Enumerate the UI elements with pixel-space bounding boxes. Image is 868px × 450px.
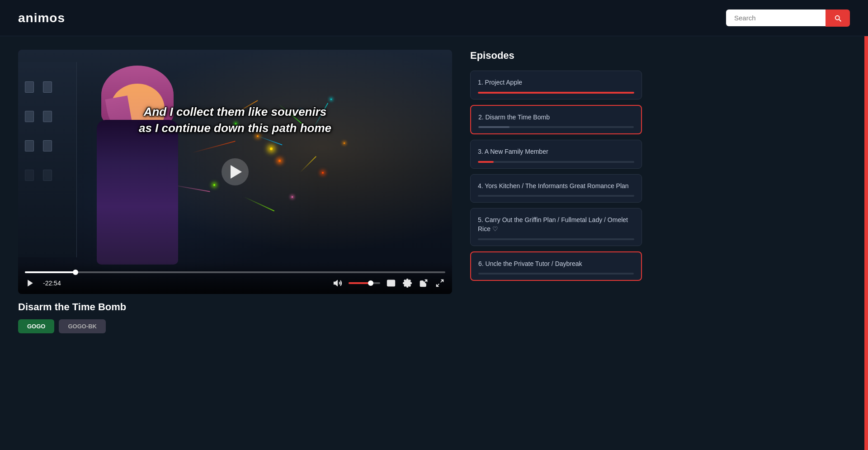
share-icon xyxy=(419,279,428,288)
volume-button[interactable] xyxy=(332,278,343,289)
window-7 xyxy=(25,170,34,181)
time-display: -22:54 xyxy=(43,279,61,287)
progress-thumb xyxy=(73,270,78,275)
search-icon xyxy=(834,14,842,22)
source-gogo-button[interactable]: GOGO xyxy=(18,319,54,333)
episode-progress-4 xyxy=(478,195,634,197)
volume-bar[interactable] xyxy=(349,282,380,284)
gear-icon xyxy=(403,279,412,288)
play-overlay[interactable] xyxy=(222,158,249,185)
main-content: And I collect them like souvenirs as I c… xyxy=(0,36,868,347)
episode-progress-3 xyxy=(478,161,634,163)
episode-name-1: 1. Project Apple xyxy=(478,78,634,87)
episode-progress-6 xyxy=(478,273,634,275)
episode-name-6: 6. Uncle the Private Tutor / Daybreak xyxy=(478,260,634,269)
window-8 xyxy=(43,170,52,181)
controls-row: -22:54 xyxy=(25,278,445,289)
episode-progress-5 xyxy=(478,238,634,240)
fullscreen-icon xyxy=(435,279,444,288)
window-4 xyxy=(43,111,52,122)
video-section: And I collect them like souvenirs as I c… xyxy=(18,50,452,333)
episodes-sidebar: Episodes 1. Project Apple2. Disarm the T… xyxy=(470,50,642,333)
episode-card-2[interactable]: 2. Disarm the Time Bomb xyxy=(470,105,642,135)
volume-icon xyxy=(333,279,342,288)
window-5 xyxy=(25,140,34,152)
episode-progress-1 xyxy=(478,92,634,94)
episode-list: 1. Project Apple2. Disarm the Time Bomb3… xyxy=(470,71,642,281)
search-button[interactable] xyxy=(826,9,850,27)
episode-card-5[interactable]: 5. Carry Out the Griffin Plan / Fullmeta… xyxy=(470,208,642,246)
episode-progress-2 xyxy=(478,126,634,128)
window-1 xyxy=(25,81,34,93)
episode-progress-fill-3 xyxy=(478,161,494,163)
subtitles-icon xyxy=(387,279,396,288)
episode-name-4: 4. Yors Kitchen / The Informants Great R… xyxy=(478,182,634,191)
episode-card-3[interactable]: 3. A New Family Member xyxy=(470,140,642,169)
settings-button[interactable] xyxy=(402,278,413,289)
logo: animos xyxy=(18,11,65,25)
episode-card-6[interactable]: 6. Uncle the Private Tutor / Daybreak xyxy=(470,251,642,281)
episode-progress-fill-1 xyxy=(478,92,634,94)
right-edge-bar xyxy=(864,36,868,450)
fullscreen-button[interactable] xyxy=(434,278,445,289)
video-controls: -22:54 xyxy=(18,262,452,294)
window-6 xyxy=(43,140,52,152)
video-subtitle: And I collect them like souvenirs as I c… xyxy=(139,104,331,137)
episode-name-5: 5. Carry Out the Griffin Plan / Fullmeta… xyxy=(478,216,634,233)
episodes-title: Episodes xyxy=(470,50,642,62)
subtitle-line1: And I collect them like souvenirs xyxy=(139,104,331,120)
video-player[interactable]: And I collect them like souvenirs as I c… xyxy=(18,50,452,294)
svg-marker-1 xyxy=(334,280,338,286)
progress-fill xyxy=(25,271,75,273)
search-input[interactable] xyxy=(726,9,826,26)
progress-bar[interactable] xyxy=(25,271,445,273)
volume-fill xyxy=(349,282,371,284)
window-2 xyxy=(43,81,52,93)
video-title: Disarm the Time Bomb xyxy=(18,301,452,313)
source-buttons: GOGO GOGO-BK xyxy=(18,319,452,333)
episode-card-4[interactable]: 4. Yors Kitchen / The Informants Great R… xyxy=(470,174,642,203)
video-background: And I collect them like souvenirs as I c… xyxy=(18,50,452,294)
building-left xyxy=(18,62,77,257)
header-right xyxy=(726,9,850,27)
episode-name-2: 2. Disarm the Time Bomb xyxy=(478,113,634,122)
episode-name-3: 3. A New Family Member xyxy=(478,147,634,156)
share-button[interactable] xyxy=(418,278,429,289)
episodes-scroll[interactable]: 1. Project Apple2. Disarm the Time Bomb3… xyxy=(470,71,642,281)
episode-progress-fill-2 xyxy=(478,126,509,128)
volume-thumb xyxy=(368,280,373,286)
episode-card-1[interactable]: 1. Project Apple xyxy=(470,71,642,99)
character-body xyxy=(97,120,178,265)
window-3 xyxy=(25,111,34,122)
play-icon xyxy=(26,279,35,288)
source-gogobk-button[interactable]: GOGO-BK xyxy=(59,319,106,333)
play-button[interactable] xyxy=(25,278,36,289)
header: animos xyxy=(0,0,868,36)
subtitle-line2: as I continue down this path home xyxy=(139,120,331,136)
subtitles-button[interactable] xyxy=(386,278,396,289)
svg-marker-0 xyxy=(28,280,33,287)
